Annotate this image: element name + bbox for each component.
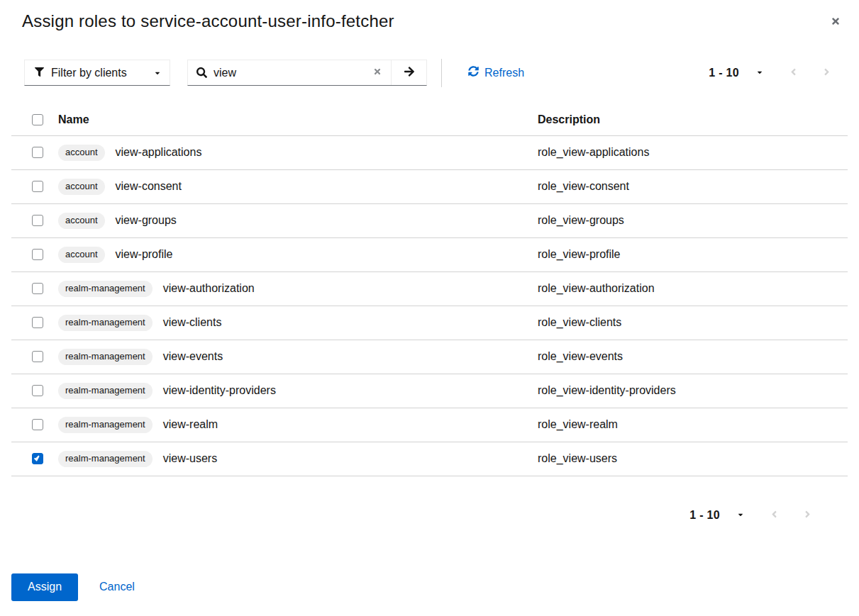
row-checkbox[interactable] — [32, 283, 43, 294]
filter-label: Filter by clients — [51, 67, 127, 79]
select-all-checkbox[interactable] — [32, 114, 43, 125]
chevron-down-icon — [154, 67, 161, 79]
table-row: realm-management view-authorization role… — [11, 271, 848, 306]
cancel-button[interactable]: Cancel — [99, 581, 135, 593]
role-name: view-groups — [116, 214, 177, 227]
role-name: view-identity-providers — [163, 384, 276, 397]
role-name: view-clients — [163, 316, 222, 329]
modal-header: Assign roles to service-account-user-inf… — [0, 0, 859, 32]
role-name: view-profile — [116, 248, 173, 261]
pagination-range: 1 - 10 — [709, 67, 739, 79]
close-icon — [831, 16, 841, 28]
table-row: account view-profile role_view-profile — [11, 237, 848, 271]
table-row: account view-applications role_view-appl… — [11, 135, 848, 169]
table-row: realm-management view-identity-providers… — [11, 374, 848, 408]
client-badge: account — [58, 247, 105, 263]
pagination-prev-button[interactable] — [790, 67, 797, 79]
role-name: view-authorization — [163, 282, 255, 295]
pagination-next-button[interactable] — [804, 509, 811, 522]
assign-button[interactable]: Assign — [11, 573, 78, 601]
table-row: realm-management view-clients role_view-… — [11, 306, 848, 340]
pagination-top: 1 - 10 — [709, 67, 830, 79]
client-badge: account — [58, 145, 105, 161]
row-checkbox[interactable] — [32, 317, 43, 328]
table-row: realm-management view-realm role_view-re… — [11, 408, 848, 442]
table-header-row: Name Description — [11, 105, 848, 135]
role-description: role_view-realm — [538, 408, 848, 442]
clear-search-button[interactable] — [364, 60, 391, 85]
table-row: account view-groups role_view-groups — [11, 203, 848, 237]
row-checkbox[interactable] — [32, 351, 43, 362]
client-badge: realm-management — [58, 315, 153, 331]
role-description: role_view-profile — [538, 237, 848, 271]
angle-left-icon — [790, 67, 797, 79]
search-icon — [188, 60, 214, 85]
refresh-button[interactable]: Refresh — [468, 66, 524, 79]
row-checkbox[interactable] — [32, 419, 43, 430]
refresh-icon — [468, 66, 479, 79]
role-description: role_view-users — [538, 442, 848, 476]
table-row: realm-management view-events role_view-e… — [11, 340, 848, 374]
client-badge: realm-management — [58, 281, 153, 297]
search-group — [187, 60, 427, 86]
role-name: view-realm — [163, 418, 218, 431]
angle-left-icon — [771, 509, 777, 522]
role-description: role_view-consent — [538, 169, 848, 203]
pagination-menu-toggle[interactable] — [756, 67, 763, 78]
client-badge: realm-management — [58, 451, 153, 467]
pagination-next-button[interactable] — [824, 67, 830, 79]
close-button[interactable] — [828, 14, 843, 30]
client-badge: realm-management — [58, 417, 153, 433]
pagination-menu-toggle[interactable] — [737, 510, 744, 520]
role-description: role_view-groups — [538, 203, 848, 237]
clear-icon — [373, 67, 382, 78]
table-row: account view-consent role_view-consent — [11, 169, 848, 203]
caret-down-icon — [756, 67, 763, 78]
column-header-name: Name — [58, 105, 538, 135]
pagination-range: 1 - 10 — [689, 509, 720, 522]
refresh-label: Refresh — [484, 67, 524, 79]
role-description: role_view-applications — [538, 135, 848, 169]
client-badge: realm-management — [58, 349, 153, 365]
client-badge: realm-management — [58, 383, 153, 399]
row-checkbox[interactable] — [32, 385, 43, 396]
roles-table-body: account view-applications role_view-appl… — [11, 135, 848, 476]
page-title: Assign roles to service-account-user-inf… — [22, 11, 816, 32]
role-description: role_view-authorization — [538, 271, 848, 306]
column-header-description: Description — [538, 105, 848, 135]
filter-by-clients-dropdown[interactable]: Filter by clients — [24, 60, 170, 86]
roles-table: Name Description account view-applicatio… — [11, 105, 848, 476]
client-badge: account — [58, 213, 105, 229]
row-checkbox[interactable] — [32, 181, 43, 192]
caret-down-icon — [737, 510, 744, 520]
angle-right-icon — [804, 509, 811, 522]
row-checkbox[interactable] — [32, 453, 43, 464]
arrow-right-icon — [404, 66, 415, 79]
toolbar: Filter by clients Refresh 1 - 10 — [24, 60, 848, 86]
table-row: realm-management view-users role_view-us… — [11, 442, 848, 476]
role-name: view-consent — [116, 180, 182, 193]
pagination-bottom: 1 - 10 — [0, 507, 811, 524]
pagination-prev-button[interactable] — [771, 509, 777, 522]
modal-actions: Assign Cancel — [11, 573, 859, 601]
row-checkbox[interactable] — [32, 147, 43, 158]
client-badge: account — [58, 179, 105, 195]
role-name: view-applications — [116, 146, 202, 159]
angle-right-icon — [824, 67, 830, 79]
toolbar-divider — [441, 59, 442, 87]
row-checkbox[interactable] — [32, 215, 43, 226]
role-description: role_view-events — [538, 340, 848, 374]
filter-icon — [35, 67, 44, 79]
row-checkbox[interactable] — [32, 249, 43, 260]
search-submit-button[interactable] — [391, 60, 426, 85]
search-input[interactable] — [214, 60, 364, 85]
role-description: role_view-identity-providers — [538, 374, 848, 408]
role-description: role_view-clients — [538, 306, 848, 340]
role-name: view-events — [163, 350, 223, 363]
role-name: view-users — [163, 452, 217, 465]
